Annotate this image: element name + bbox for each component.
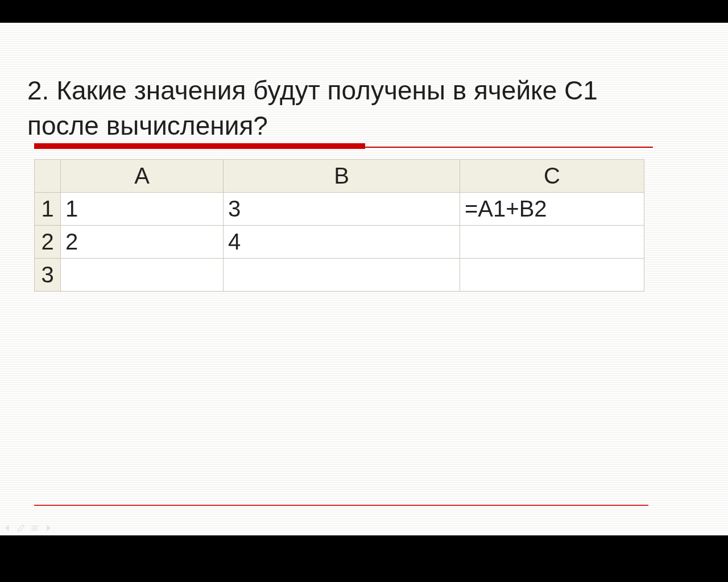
cell-A2: 2 bbox=[61, 226, 224, 259]
corner-cell bbox=[35, 160, 61, 193]
table-row: 1 1 3 =A1+B2 bbox=[35, 193, 644, 226]
cell-C3 bbox=[460, 259, 644, 292]
question-title-block: 2. Какие значения будут получены в ячейк… bbox=[27, 73, 653, 143]
footer-divider bbox=[34, 505, 648, 506]
menu-icon[interactable] bbox=[31, 524, 39, 532]
title-underline bbox=[27, 143, 653, 149]
question-title: 2. Какие значения будут получены в ячейк… bbox=[27, 73, 653, 143]
cell-A3 bbox=[61, 259, 224, 292]
next-slide-icon[interactable] bbox=[44, 524, 52, 532]
cell-A1: 1 bbox=[61, 193, 224, 226]
row-header-1: 1 bbox=[35, 193, 61, 226]
cell-B1: 3 bbox=[224, 193, 460, 226]
svg-rect-2 bbox=[31, 530, 38, 531]
spreadsheet-table: A B C 1 1 3 =A1+B2 2 2 4 3 bbox=[34, 159, 644, 292]
col-header-B: B bbox=[224, 160, 460, 193]
slide: 2. Какие значения будут получены в ячейк… bbox=[0, 23, 728, 535]
cell-B2: 4 bbox=[224, 226, 460, 259]
table-row: 2 2 4 bbox=[35, 226, 644, 259]
row-header-2: 2 bbox=[35, 226, 61, 259]
presentation-controls bbox=[3, 524, 52, 532]
svg-rect-1 bbox=[31, 527, 38, 529]
underline-thick bbox=[34, 143, 365, 149]
column-header-row: A B C bbox=[35, 160, 644, 193]
prev-slide-icon[interactable] bbox=[3, 524, 11, 532]
cell-B3 bbox=[224, 259, 460, 292]
cell-C2 bbox=[460, 226, 644, 259]
col-header-C: C bbox=[460, 160, 644, 193]
table-row: 3 bbox=[35, 259, 644, 292]
pen-icon[interactable] bbox=[17, 524, 25, 532]
underline-thin bbox=[34, 147, 653, 148]
svg-rect-0 bbox=[31, 526, 38, 527]
col-header-A: A bbox=[61, 160, 224, 193]
cell-C1: =A1+B2 bbox=[460, 193, 644, 226]
row-header-3: 3 bbox=[35, 259, 61, 292]
